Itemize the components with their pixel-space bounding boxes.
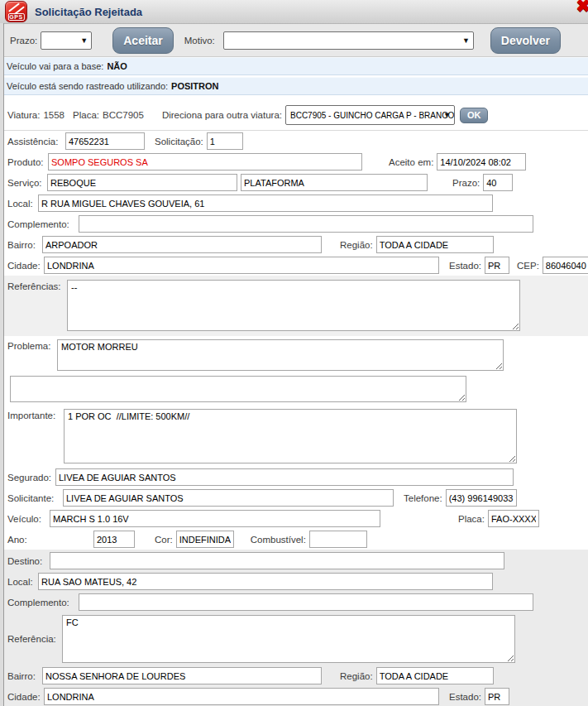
estado-label: Estado: <box>449 261 481 271</box>
close-icon[interactable]: ✖ <box>576 0 588 15</box>
prazo-select[interactable]: ▼ <box>41 31 92 50</box>
segurado-label: Segurado: <box>7 473 52 483</box>
status-base-value: NÃO <box>107 61 127 71</box>
prazo-label: Prazo: <box>452 178 480 188</box>
destino-complemento-input[interactable] <box>79 593 533 611</box>
status-rastreio-label: Veículo está sendo rastreado utilizando: <box>7 81 168 91</box>
status-bar-rastreio: Veículo está sendo rastreado utilizando:… <box>0 77 588 95</box>
veiculo-input[interactable] <box>50 510 380 527</box>
prazo-input[interactable] <box>483 174 513 191</box>
local-input[interactable] <box>38 195 493 212</box>
assistencia-input[interactable] <box>65 132 145 150</box>
local-label: Local: <box>7 199 35 209</box>
destination-section: Destino: Local: Complemento: Referência:… <box>0 550 588 706</box>
destino-cidade-input[interactable] <box>44 688 439 705</box>
placa-input[interactable] <box>488 510 539 527</box>
complemento-input[interactable] <box>79 215 533 233</box>
destino-bairro-label: Bairro: <box>7 671 39 681</box>
cor-input[interactable] <box>176 531 234 548</box>
regiao-label: Região: <box>340 240 373 250</box>
regiao-input[interactable] <box>376 236 494 253</box>
window-left-border <box>0 23 4 706</box>
ano-label: Ano: <box>7 535 90 545</box>
destino-complemento-label: Complemento: <box>7 598 75 608</box>
estado-input[interactable] <box>485 257 509 274</box>
importante-textarea[interactable]: 1 POR OC //LIMITE: 500KM// <box>64 409 517 463</box>
destino-local-input[interactable] <box>38 573 493 590</box>
problema-extra-textarea[interactable] <box>10 376 466 402</box>
viatura-row: Viatura: 1558 Placa: BCC7905 Direciona p… <box>0 100 588 131</box>
solicitante-input[interactable] <box>63 489 394 507</box>
cidade-label: Cidade: <box>7 261 41 271</box>
origin-section: Assistência: Solicitação: Produto: Aceit… <box>0 131 588 550</box>
bairro-input[interactable] <box>42 236 322 253</box>
page-title: Solicitação Rejeitada <box>35 6 142 18</box>
prazo-toolbar-label: Prazo: <box>10 36 37 46</box>
solicitacao-input[interactable] <box>207 132 243 150</box>
servico-input[interactable] <box>47 174 237 191</box>
solicitante-label: Solicitante: <box>7 493 60 503</box>
status-bar-base: Veículo vai para a base: NÃO <box>0 57 588 75</box>
gps-icon: GPS <box>5 1 27 22</box>
chevron-down-icon: ▼ <box>80 36 88 45</box>
chevron-down-icon: ▼ <box>443 111 451 119</box>
cidade-input[interactable] <box>44 257 439 274</box>
destino-regiao-label: Região: <box>340 671 373 681</box>
destino-referencia-label: Referência: <box>7 634 59 644</box>
aceitar-button[interactable]: Aceitar <box>112 27 173 54</box>
combustivel-label: Combustível: <box>251 535 306 545</box>
referencias-textarea[interactable]: -- <box>67 280 520 331</box>
servico-label: Serviço: <box>7 178 44 188</box>
motivo-select[interactable]: ▼ <box>223 31 474 50</box>
servico-tipo-input[interactable] <box>241 174 428 191</box>
destino-regiao-input[interactable] <box>376 667 494 684</box>
destino-label: Destino: <box>7 556 46 566</box>
direciona-label: Direciona para outra viatura: <box>162 110 282 120</box>
assistencia-label: Assistência: <box>7 137 62 146</box>
complemento-label: Complemento: <box>7 219 75 229</box>
toolbar: Prazo: ▼ Aceitar Motivo: ▼ Devolver <box>0 24 588 57</box>
veiculo-label: Veículo: <box>7 514 46 524</box>
destino-input[interactable] <box>50 552 504 569</box>
placa-label: Placa: <box>458 514 485 524</box>
aceito-em-input[interactable] <box>437 153 526 170</box>
cor-label: Cor: <box>155 535 173 545</box>
importante-label: Importante: <box>7 409 60 420</box>
combustivel-input[interactable] <box>309 531 367 548</box>
solicitacao-label: Solicitação: <box>155 137 203 146</box>
destino-bairro-input[interactable] <box>42 667 322 684</box>
ano-input[interactable] <box>93 531 135 548</box>
telefone-input[interactable] <box>446 489 517 507</box>
ok-button[interactable]: OK <box>460 108 489 123</box>
placa-viatura-label: Placa: <box>73 110 99 120</box>
status-base-label: Veículo vai para a base: <box>7 61 103 71</box>
bairro-label: Bairro: <box>7 240 39 250</box>
aceito-em-label: Aceito em: <box>389 157 433 167</box>
titlebar: GPS Solicitação Rejeitada ✖ <box>0 0 588 24</box>
viatura-label: Viatura: <box>7 110 40 120</box>
destino-estado-label: Estado: <box>449 692 481 702</box>
destino-referencia-textarea[interactable]: FC <box>62 615 515 663</box>
status-rastreio-value: POSITRON <box>171 81 218 91</box>
chevron-down-icon: ▼ <box>462 36 470 45</box>
produto-input[interactable] <box>48 153 362 170</box>
destino-estado-input[interactable] <box>485 688 509 705</box>
produto-label: Produto: <box>7 157 45 167</box>
viatura-value: 1558 <box>43 110 65 120</box>
devolver-button[interactable]: Devolver <box>490 27 561 54</box>
destino-local-label: Local: <box>7 577 35 587</box>
placa-viatura-value: BCC7905 <box>103 110 144 120</box>
referencias-label: Referências: <box>7 280 64 291</box>
segurado-input[interactable] <box>55 468 514 486</box>
referencias-band: Referências: -- <box>0 276 588 336</box>
motivo-label: Motivo: <box>184 36 215 46</box>
destino-cidade-label: Cidade: <box>7 692 41 702</box>
problema-textarea[interactable]: MOTOR MORREU <box>57 339 504 371</box>
cep-label: CEP: <box>517 261 539 271</box>
direciona-viatura-select[interactable]: BCC7905 - GUINCHO CARGA P - BRANCO - 155… <box>285 105 455 125</box>
cep-input[interactable] <box>543 257 588 274</box>
telefone-label: Telefone: <box>404 493 442 503</box>
problema-label: Problema: <box>7 339 54 351</box>
